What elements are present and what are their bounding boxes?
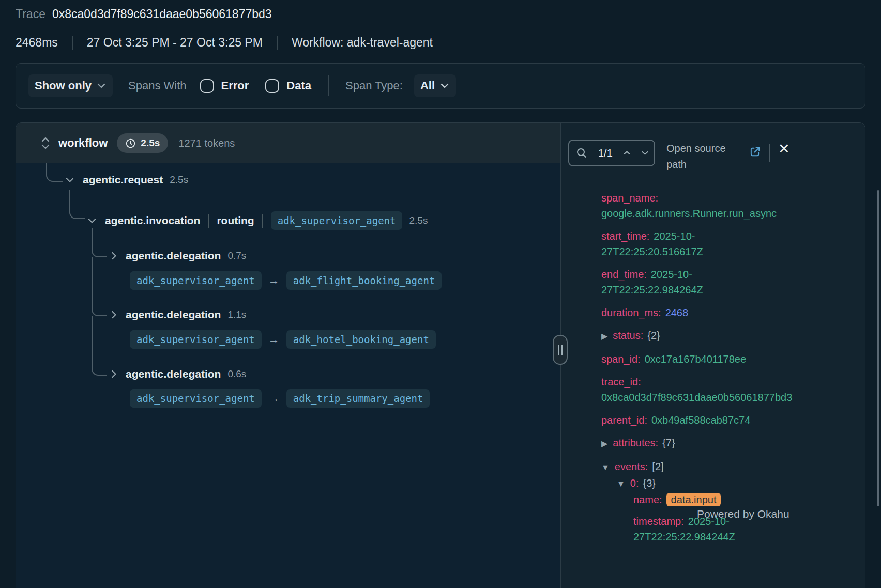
detail-value: {7} [662,437,675,448]
divider [262,214,263,228]
span-tree: agentic.request 2.5s agentic.invocation … [16,163,560,588]
delegation-agents-row: adk_supervisor_agent → adk_trip_summary_… [130,389,430,408]
error-checkbox[interactable] [200,79,214,93]
collapsed-triangle-icon[interactable]: ▶ [601,436,607,452]
chevron-down-icon[interactable] [65,177,74,183]
scrollbar-thumb[interactable] [877,190,879,506]
detail-value: 27T22:25:20.516617Z [601,244,861,259]
detail-row-parent-id: parent_id:0xb49af588cab87c74 [601,412,861,428]
search-match-count: 1/1 [598,147,613,159]
agent-chip-to[interactable]: adk_trip_summary_agent [286,389,430,408]
trace-meta-row: 2468ms 27 Oct 3:25 PM - 27 Oct 3:25 PM W… [16,36,865,50]
trace-duration: 2468ms [16,36,58,50]
detail-value: 27T22:25:22.984244Z [633,529,861,545]
unfold-icon[interactable] [40,135,51,151]
span-tree-pane: workflow 2.5s 1271 tokens agentic.reques… [16,123,560,588]
detail-key: parent_id: [601,414,647,426]
chevron-right-icon[interactable] [111,251,117,260]
span-duration: 1.1s [227,309,246,320]
detail-row-attributes: ▶attributes:{7} [601,435,861,452]
detail-key: 0: [630,477,639,489]
detail-value: {2} [647,330,660,341]
panel-resize-handle[interactable] [553,335,568,365]
agent-chip-from[interactable]: adk_supervisor_agent [130,330,262,349]
span-row-agentic-request[interactable]: agentic.request 2.5s [65,174,188,186]
event-name-badge: data.input [666,493,721,506]
delegation-agents-row: adk_supervisor_agent → adk_hotel_booking… [130,330,436,349]
detail-search-box[interactable]: 1/1 [568,140,655,166]
span-duration: 2.5s [409,215,428,226]
detail-row-end-time: end_time:2025-10- 27T22:25:22.984264Z [601,267,861,298]
span-name: agentic.invocation [105,214,200,227]
detail-key: timestamp: [633,516,684,527]
chevron-right-icon[interactable] [111,310,117,319]
span-row-agentic-delegation[interactable]: agentic.delegation 0.6s [111,368,246,380]
detail-key: status: [613,330,643,341]
collapsed-triangle-icon[interactable]: ▶ [601,329,607,344]
detail-key: span_name: [601,192,658,204]
show-only-label: Show only [35,79,92,92]
workflow-duration: 2.5s [141,137,160,149]
show-only-dropdown[interactable]: Show only [28,74,113,97]
detail-value: {3} [643,477,656,489]
detail-key: events: [615,461,648,472]
detail-value: 0xb49af588cab87c74 [651,414,750,426]
detail-key: trace_id: [601,376,641,388]
search-icon [576,147,587,159]
detail-key: name: [633,494,662,505]
detail-row-start-time: start_time:2025-10- 27T22:25:20.516617Z [601,228,861,259]
span-type-select[interactable]: All [414,74,456,97]
detail-key: start_time: [601,230,649,242]
data-checkbox-label[interactable]: Data [286,79,311,92]
chevron-down-icon[interactable] [641,150,649,156]
chevron-down-icon [439,82,450,89]
trace-title-row: Trace 0x8ca0d3d7f89c631daae0b56061877bd3 [16,7,865,21]
agent-chip-from[interactable]: adk_supervisor_agent [130,271,262,290]
trace-label: Trace [16,7,45,21]
open-source-path-link[interactable]: Open source path [666,141,747,173]
tree-connector [46,163,63,182]
span-row-agentic-delegation[interactable]: agentic.delegation 0.7s [111,250,246,262]
span-duration: 2.5s [170,174,188,185]
detail-row-trace-id: trace_id: 0x8ca0d3d7f89c631daae0b5606187… [601,374,861,405]
chevron-right-icon[interactable] [111,369,117,379]
span-row-agentic-delegation[interactable]: agentic.delegation 1.1s [111,308,246,321]
chevron-down-icon[interactable] [87,218,97,224]
detail-row-span-name: span_name: google.adk.runners.Runner.run… [601,190,861,221]
page-header: Trace 0x8ca0d3d7f89c631daae0b56061877bd3… [0,0,881,50]
chevron-down-icon [96,82,107,89]
agent-chip-to[interactable]: adk_flight_booking_agent [286,271,442,290]
filter-bar: Show only Spans With Error Data Span Typ… [16,63,865,109]
trace-workflow-name: Workflow: adk-travel-agent [292,36,433,50]
detail-value: 0xc17a167b401178ee [645,353,746,365]
detail-value: 2025-10- [654,230,695,242]
span-row-agentic-invocation[interactable]: agentic.invocation routing adk_superviso… [87,211,428,230]
span-name: agentic.delegation [126,250,221,262]
divider [328,75,329,96]
arrow-right-icon: → [268,392,280,405]
span-name: agentic.request [83,174,163,186]
trace-time-range: 27 Oct 3:25 PM - 27 Oct 3:25 PM [87,36,263,50]
agent-chip-to[interactable]: adk_hotel_booking_agent [286,330,436,349]
detail-value: 2468 [665,307,689,318]
chevron-up-icon[interactable] [623,150,631,156]
divider [277,36,278,50]
data-checkbox[interactable] [265,79,279,93]
close-icon[interactable]: ✕ [778,142,790,156]
expanded-triangle-icon[interactable]: ▼ [617,476,625,492]
span-duration: 0.6s [227,368,246,380]
divider [208,214,209,228]
error-checkbox-label[interactable]: Error [221,79,249,92]
span-type-label: Span Type: [345,79,403,92]
expanded-triangle-icon[interactable]: ▼ [601,460,610,475]
detail-value: google.adk.runners.Runner.run_async [601,206,861,221]
workflow-title: workflow [58,136,108,150]
agent-chip-from[interactable]: adk_supervisor_agent [130,389,262,408]
detail-key: attributes: [613,437,658,448]
external-link-icon[interactable] [749,146,761,158]
tree-connector [92,257,107,316]
agent-chip[interactable]: adk_supervisor_agent [271,211,403,230]
workflow-tokens: 1271 tokens [178,137,235,149]
detail-key: duration_ms: [601,307,661,318]
detail-row-span-id: span_id:0xc17a167b401178ee [601,351,861,367]
